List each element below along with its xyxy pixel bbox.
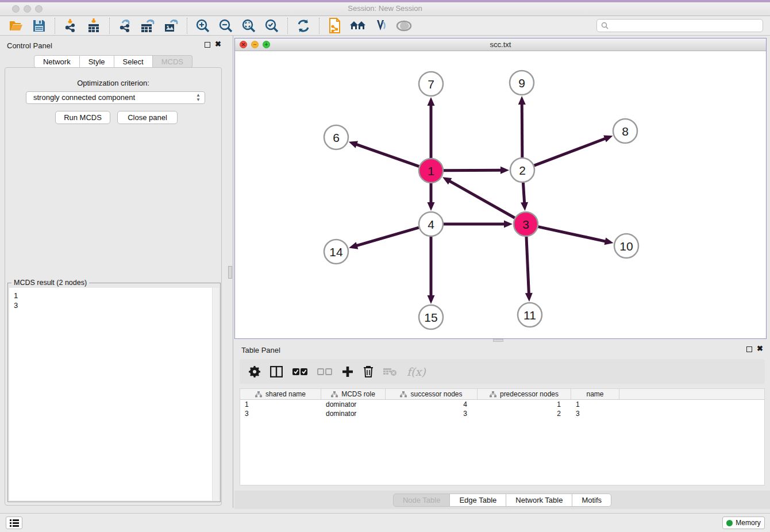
- column-header-mcds-role[interactable]: MCDS role: [321, 389, 386, 399]
- edge-4-14[interactable]: [356, 228, 419, 246]
- list-icon: [10, 519, 19, 527]
- cell-mcds-role[interactable]: dominator: [321, 410, 386, 418]
- memory-button[interactable]: Memory: [722, 516, 765, 529]
- network-graph[interactable]: 7968124314101511: [235, 51, 766, 338]
- scrollbar-track[interactable]: [212, 288, 219, 500]
- column-header-predecessor-nodes[interactable]: predecessor nodes: [478, 389, 571, 399]
- arrowhead-2-8: [603, 135, 613, 142]
- node-label-9: 9: [518, 76, 525, 90]
- network-canvas[interactable]: 7968124314101511: [235, 51, 766, 338]
- gear-icon[interactable]: [249, 365, 260, 379]
- float-panel-icon[interactable]: [746, 346, 752, 352]
- run-mcds-button[interactable]: Run MCDS: [55, 111, 110, 124]
- close-panel-icon[interactable]: ✖: [757, 345, 763, 352]
- import-table-icon[interactable]: [85, 18, 102, 34]
- node-label-6: 6: [333, 131, 340, 144]
- import-network-icon[interactable]: [62, 18, 79, 34]
- tab-mcds[interactable]: MCDS: [153, 55, 192, 68]
- search-field[interactable]: [596, 19, 763, 32]
- node-label-2: 2: [519, 164, 526, 177]
- cell-successor-nodes[interactable]: 3: [386, 410, 478, 418]
- edge-3-10[interactable]: [538, 227, 606, 242]
- tab-select[interactable]: Select: [114, 55, 153, 68]
- tab-network[interactable]: Network: [34, 55, 80, 68]
- column-header-successor-nodes[interactable]: successor nodes: [386, 389, 478, 399]
- edge-3-11[interactable]: [526, 237, 529, 294]
- tab-style[interactable]: Style: [80, 55, 114, 68]
- edge-2-3[interactable]: [523, 183, 524, 203]
- horizontal-splitter-handle[interactable]: [493, 339, 503, 342]
- control-panel-title: Control Panel: [7, 41, 52, 50]
- table-tabs: Node Table Edge Table Network Table Moti…: [234, 491, 770, 509]
- zoom-selected-icon[interactable]: [263, 18, 280, 34]
- houses-icon[interactable]: [349, 18, 367, 34]
- node-label-10: 10: [619, 240, 633, 253]
- mcds-result-group: MCDS result (2 nodes) 1 3: [7, 283, 221, 502]
- function-builder-icon[interactable]: f(x): [407, 365, 426, 379]
- node-label-15: 15: [424, 311, 437, 324]
- column-label: predecessor nodes: [500, 390, 559, 398]
- toolbar-separator: [319, 18, 319, 34]
- cell-shared-name[interactable]: 1: [240, 400, 321, 408]
- mcds-result-textarea[interactable]: 1 3: [9, 288, 219, 500]
- apply-layout-icon[interactable]: [295, 18, 312, 34]
- cell-successor-nodes[interactable]: 4: [386, 400, 478, 408]
- edge-3-1[interactable]: [449, 181, 514, 218]
- splitter-handle[interactable]: [228, 266, 232, 279]
- columns-icon[interactable]: [270, 365, 283, 379]
- application-window: Session: New Session: [0, 0, 770, 532]
- node-label-3: 3: [522, 218, 529, 231]
- edge-2-8[interactable]: [534, 138, 606, 165]
- zoom-fit-icon[interactable]: [240, 18, 257, 34]
- save-session-icon[interactable]: [30, 18, 48, 34]
- search-input[interactable]: [611, 20, 763, 31]
- arrowhead-1-4: [428, 202, 435, 211]
- task-history-button[interactable]: [6, 516, 22, 529]
- delete-table-icon[interactable]: [383, 365, 397, 379]
- tab-network-table[interactable]: Network Table: [506, 494, 572, 507]
- cell-name[interactable]: 3: [571, 410, 619, 418]
- vertical-splitter[interactable]: [226, 36, 234, 508]
- edge-1-6[interactable]: [356, 144, 419, 167]
- tab-node-table[interactable]: Node Table: [393, 494, 451, 507]
- close-panel-icon[interactable]: ✖: [215, 40, 221, 48]
- export-network-icon[interactable]: [117, 18, 134, 34]
- add-icon[interactable]: [342, 365, 353, 379]
- cell-shared-name[interactable]: 3: [240, 410, 321, 418]
- column-header-shared-name[interactable]: shared name: [240, 389, 321, 399]
- tab-motifs[interactable]: Motifs: [572, 494, 611, 507]
- table-row[interactable]: 1 dominator 4 1 1: [240, 400, 764, 409]
- table-row[interactable]: 3 dominator 3 2 3: [240, 409, 764, 418]
- toolbar-separator: [187, 18, 187, 34]
- cell-predecessor-nodes[interactable]: 2: [478, 410, 571, 418]
- eye-icon[interactable]: [395, 18, 413, 34]
- wand-icon[interactable]: [372, 18, 390, 34]
- zoom-in-icon[interactable]: [194, 18, 211, 34]
- titlebar: Session: New Session: [0, 0, 770, 16]
- export-table-icon[interactable]: [140, 18, 157, 34]
- column-label: shared name: [265, 390, 306, 398]
- open-session-icon[interactable]: [7, 18, 25, 34]
- column-header-name[interactable]: name: [571, 389, 619, 399]
- column-label: MCDS role: [341, 390, 375, 398]
- cell-name[interactable]: 1: [571, 400, 619, 408]
- float-panel-icon[interactable]: [205, 42, 210, 48]
- deselect-all-icon[interactable]: [317, 365, 332, 379]
- select-all-icon[interactable]: [292, 365, 307, 379]
- optimization-criterion-value: strongly connected component: [33, 93, 135, 102]
- close-panel-button[interactable]: Close panel: [117, 111, 178, 124]
- new-network-from-selection-icon[interactable]: [326, 18, 344, 34]
- delete-icon[interactable]: [363, 365, 374, 379]
- zoom-out-icon[interactable]: [217, 18, 234, 34]
- edge-1-2[interactable]: [444, 170, 502, 171]
- network-window-titlebar[interactable]: ✕ – + scc.txt: [235, 38, 766, 51]
- cell-predecessor-nodes[interactable]: 1: [478, 400, 571, 408]
- node-label-11: 11: [523, 309, 536, 322]
- edge-2-9[interactable]: [522, 103, 522, 157]
- column-header-filler: [619, 389, 764, 399]
- export-image-icon[interactable]: [163, 18, 180, 34]
- cell-mcds-role[interactable]: dominator: [321, 400, 386, 408]
- optimization-criterion-select[interactable]: strongly connected component ▲▼: [26, 91, 205, 104]
- tab-edge-table[interactable]: Edge Table: [450, 494, 506, 507]
- hierarchy-icon: [490, 391, 496, 398]
